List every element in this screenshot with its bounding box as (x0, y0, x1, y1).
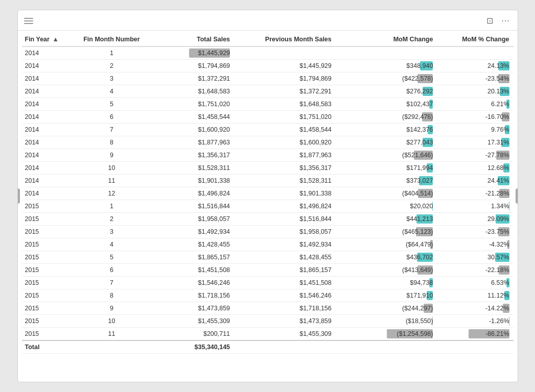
table-row: 20151$1,516,844$1,496,824$20,0201.34% (22, 200, 514, 213)
table-row: 20158$1,718,156$1,546,246$171,91011.12% (22, 289, 514, 302)
resize-left-handle[interactable] (17, 188, 20, 204)
cell-mom-pct (437, 46, 513, 60)
cell-fin-month: 10 (73, 162, 151, 175)
cell-fin-year: 2014 (22, 46, 73, 60)
cell-total-sales: $1,455,309 (152, 315, 234, 328)
cell-mom-pct: 24.13% (437, 60, 513, 72)
table-container[interactable]: Fin Year ▲ Fin Month Number Total Sales … (18, 31, 518, 382)
cell-total-sales: $1,473,859 (152, 302, 234, 315)
table-row: 201510$1,455,309$1,473,859($18,550)-1.26… (22, 315, 514, 328)
table-row: 201410$1,528,311$1,356,317$171,99412.68% (22, 162, 514, 175)
col-header-fin-month[interactable]: Fin Month Number (73, 33, 151, 46)
cell-fin-year: 2014 (22, 85, 73, 98)
cell-total-sales: $1,648,583 (152, 85, 234, 98)
cell-fin-year: 2014 (22, 111, 73, 124)
cell-prev-sales: $1,451,508 (234, 277, 336, 289)
cell-prev-sales: $1,958,057 (234, 226, 336, 238)
cell-fin-year: 2015 (22, 315, 73, 328)
cell-fin-year: 2015 (22, 264, 73, 277)
table-row: 20149$1,356,317$1,877,963($521,646)-27.7… (22, 149, 514, 162)
cell-mom-change: ($413,649) (336, 264, 437, 277)
table-card: ⊡ ⋯ Fin Year ▲ Fin Month Number Total Sa… (17, 10, 518, 382)
cell-mom-pct: 6.53% (437, 277, 513, 289)
col-header-mom-change[interactable]: MoM Change (336, 33, 437, 46)
cell-total-sales: $1,718,156 (152, 289, 234, 302)
cell-mom-pct: -22.18% (437, 264, 513, 277)
more-icon[interactable]: ⋯ (499, 15, 511, 27)
cell-prev-sales: $1,492,934 (234, 238, 336, 251)
table-row: 20145$1,751,020$1,648,583$102,4376.21% (22, 98, 514, 111)
cell-total-sales: $1,496,824 (152, 187, 234, 200)
table-header-row: Fin Year ▲ Fin Month Number Total Sales … (22, 33, 514, 46)
cell-mom-change: ($422,578) (336, 72, 437, 85)
cell-fin-month: 9 (73, 149, 151, 162)
cell-total-sales: $1,751,020 (152, 98, 234, 111)
cell-fin-month: 3 (73, 226, 151, 238)
cell-total-sales: $1,528,311 (152, 162, 234, 175)
resize-right-handle[interactable] (516, 188, 518, 204)
cell-fin-month: 6 (73, 111, 151, 124)
cell-prev-sales: $1,865,157 (234, 264, 336, 277)
cell-total-sales: $200,711 (152, 328, 234, 341)
cell-mom-change: $20,020 (336, 200, 437, 213)
cell-fin-year: 2014 (22, 162, 73, 175)
cell-prev-sales: $1,496,824 (234, 200, 336, 213)
cell-total-sales: $1,451,508 (152, 264, 234, 277)
cell-mom-change: $277,043 (336, 136, 437, 149)
table-row: 20157$1,546,246$1,451,508$94,7386.53% (22, 277, 514, 289)
cell-mom-pct: -23.54% (437, 72, 513, 85)
cell-mom-pct: 12.68% (437, 162, 513, 175)
cell-fin-month: 3 (73, 72, 151, 85)
cell-fin-year: 2014 (22, 149, 73, 162)
total-sales: $35,340,145 (152, 340, 234, 354)
col-header-total-sales[interactable]: Total Sales (152, 33, 234, 46)
col-header-prev-sales[interactable]: Previous Month Sales (234, 33, 336, 46)
cell-fin-month: 6 (73, 264, 151, 277)
table-row: 20154$1,428,455$1,492,934($64,479)-4.32% (22, 238, 514, 251)
table-row: 20155$1,865,157$1,428,455$436,70230.57% (22, 251, 514, 264)
table-row: 20148$1,877,963$1,600,920$277,04317.31% (22, 136, 514, 149)
cell-mom-change: $276,292 (336, 85, 437, 98)
cell-fin-year: 2015 (22, 251, 73, 264)
cell-prev-sales: $1,600,920 (234, 136, 336, 149)
cell-fin-month: 8 (73, 136, 151, 149)
cell-fin-year: 2014 (22, 124, 73, 136)
cell-fin-year: 2015 (22, 213, 73, 226)
cell-fin-year: 2014 (22, 136, 73, 149)
cell-prev-sales: $1,428,455 (234, 251, 336, 264)
cell-total-sales: $1,445,929 (152, 46, 234, 60)
col-header-fin-year[interactable]: Fin Year ▲ (22, 33, 73, 46)
cell-total-sales: $1,877,963 (152, 136, 234, 149)
cell-mom-change: ($1,254,598) (336, 328, 437, 341)
cell-mom-change: $373,027 (336, 175, 437, 187)
cell-mom-change (336, 46, 437, 60)
cell-mom-change: $441,213 (336, 213, 437, 226)
cell-prev-sales: $1,528,311 (234, 175, 336, 187)
cell-mom-change: $348,940 (336, 60, 437, 72)
cell-fin-year: 2015 (22, 200, 73, 213)
cell-mom-change: $142,376 (336, 124, 437, 136)
cell-total-sales: $1,428,455 (152, 238, 234, 251)
data-table: Fin Year ▲ Fin Month Number Total Sales … (22, 33, 514, 354)
col-header-mom-pct[interactable]: MoM % Change (437, 33, 513, 46)
cell-mom-pct: 11.12% (437, 289, 513, 302)
cell-fin-month: 7 (73, 124, 151, 136)
cell-mom-change: ($64,479) (336, 238, 437, 251)
cell-fin-month: 1 (73, 200, 151, 213)
cell-fin-year: 2015 (22, 328, 73, 341)
cell-mom-pct: 17.31% (437, 136, 513, 149)
expand-icon[interactable]: ⊡ (484, 15, 495, 27)
drag-handle[interactable] (24, 18, 33, 24)
cell-fin-month: 10 (73, 315, 151, 328)
cell-total-sales: $1,794,869 (152, 60, 234, 72)
cell-total-sales: $1,516,844 (152, 200, 234, 213)
cell-prev-sales: $1,546,246 (234, 289, 336, 302)
cell-mom-pct: -86.21% (437, 328, 513, 341)
cell-prev-sales: $1,473,859 (234, 315, 336, 328)
cell-mom-pct: -23.75% (437, 226, 513, 238)
cell-mom-change: $94,738 (336, 277, 437, 289)
cell-mom-pct: -21.28% (437, 187, 513, 200)
table-row: 201412$1,496,824$1,901,338($404,514)-21.… (22, 187, 514, 200)
cell-fin-year: 2014 (22, 175, 73, 187)
total-empty-1 (234, 340, 336, 354)
